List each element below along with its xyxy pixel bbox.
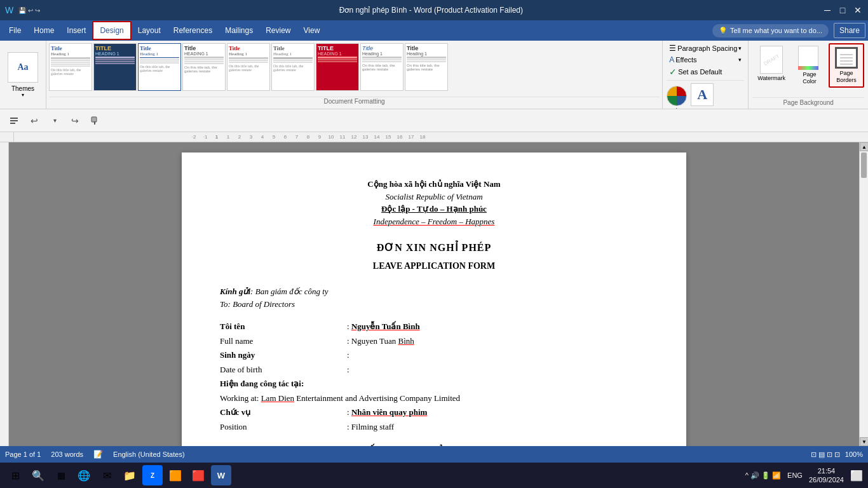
company-rest: Entertainment and Advertising Company Li… <box>294 393 460 403</box>
greeting-en: To: Board of Directors <box>220 298 648 311</box>
fullname-label-en: Full name <box>220 335 347 348</box>
theme-swatch-8[interactable]: Title Heading 1 On this title tab, the g… <box>360 43 403 91</box>
scroll-area[interactable]: Cộng hòa xã hội chủ nghĩa Việt Nam Socia… <box>9 142 859 446</box>
theme-swatch-4[interactable]: Title HEADING 1 On this title tab, the g… <box>182 43 226 91</box>
redo-button[interactable]: ↪ <box>66 112 84 130</box>
clock-time: 21:54 <box>809 466 844 475</box>
theme-swatch-7[interactable]: TITLE HEADING 1 <box>316 43 359 91</box>
menu-mailings[interactable]: Mailings <box>219 22 259 39</box>
scroll-down-button[interactable]: ▼ <box>860 437 868 446</box>
minimize-button[interactable]: ─ <box>822 5 832 15</box>
taskview-button[interactable]: ▦ <box>51 465 71 485</box>
menu-home[interactable]: Home <box>27 22 60 39</box>
dob-row-en: Date of birth : <box>220 363 648 376</box>
customize-button[interactable] <box>5 112 23 130</box>
aa-icon: Aa <box>17 62 28 72</box>
theme-swatch-9[interactable]: Title Heading 1 On this title tab, the g… <box>405 43 448 91</box>
status-right: ⊡ ▤ ⊡ ⊡ 100% <box>811 451 863 459</box>
to-label: To <box>220 299 228 309</box>
dob-colon-vn: : <box>347 349 349 362</box>
email-icon[interactable]: ✉ <box>97 465 117 485</box>
colors-button[interactable]: Colors ▾ <box>667 86 687 109</box>
info-section: Tôi tên : Nguyễn Tuấn Bình Full name : N… <box>220 320 648 433</box>
theme-swatch-2[interactable]: TITLE HEADING 1 <box>93 43 137 91</box>
menu-right: 💡 Tell me what you want to do... Share <box>712 23 865 38</box>
working-at-label: Working at: <box>220 393 261 403</box>
paragraph-spacing-arrow: ▾ <box>738 45 742 51</box>
request-vn: Nay tôi làm đơn này kính xin Ban Giám Đố… <box>220 444 500 446</box>
theme-swatch-5[interactable]: Title Heading 1 On this title tab, the g… <box>227 43 270 91</box>
maximize-button[interactable]: □ <box>837 5 848 15</box>
scroll-thumb[interactable] <box>861 152 867 178</box>
theme-swatch-3[interactable]: Title Heading 1 On this title tab, the g… <box>138 43 181 91</box>
word-taskbar-icon[interactable]: W <box>211 465 231 485</box>
page-borders-icon <box>835 47 858 69</box>
paragraph-spacing-button[interactable]: ☰ Paragraph Spacing ▾ <box>667 43 744 53</box>
effects-button[interactable]: A Effects ▾ <box>667 55 744 65</box>
undo-arrow-button[interactable]: ▾ <box>46 112 64 130</box>
set-as-default-button[interactable]: ✓ Set as Default <box>667 66 744 78</box>
menu-view[interactable]: View <box>297 22 327 39</box>
zalo-icon[interactable]: Z <box>142 465 163 485</box>
menu-review[interactable]: Review <box>259 22 297 39</box>
status-icons: ⊡ ▤ ⊡ ⊡ <box>811 451 840 459</box>
word-count: 203 words <box>51 451 83 458</box>
menu-file[interactable]: File <box>3 22 27 39</box>
design-options-group: ☰ Paragraph Spacing ▾ A Effects ▾ ✓ Set … <box>663 41 749 109</box>
theme-swatch-6[interactable]: Title Heading 1 On this title tab, the g… <box>271 43 315 91</box>
fullname-value-vn: : Nguyễn Tuấn Bình <box>347 320 420 333</box>
effects-label: Effects <box>675 56 737 64</box>
close-button[interactable]: ✕ <box>853 5 863 15</box>
dob-row-vn: Sinh ngày : <box>220 349 648 362</box>
scroll-track <box>860 151 868 437</box>
effects-arrow: ▾ <box>738 57 742 63</box>
start-button[interactable]: ⊞ <box>5 465 25 485</box>
svg-rect-4 <box>94 121 95 125</box>
right-scrollbar[interactable]: ▲ ▼ <box>859 142 868 446</box>
menu-references[interactable]: References <box>167 22 219 39</box>
effects-icon: A <box>669 55 674 64</box>
dob-label-vn: Sinh ngày <box>220 349 347 362</box>
left-ruler <box>0 142 9 446</box>
menu-design[interactable]: Design <box>92 21 131 40</box>
language-info[interactable]: English (United States) <box>113 451 185 458</box>
main-title-vn: ĐƠN XIN NGHỈ PHÉP <box>220 240 648 255</box>
menu-layout[interactable]: Layout <box>132 22 167 39</box>
fullname-row-en: Full name : Nguyen Tuan Bình <box>220 335 648 348</box>
undo-button[interactable]: ↩ <box>25 112 43 130</box>
title-bar-left: W 💾 ↩ ↪ <box>5 5 40 15</box>
themes-button[interactable]: Aa Themes ▾ <box>5 43 41 106</box>
share-button[interactable]: Share <box>834 23 865 38</box>
tell-me-input[interactable]: 💡 Tell me what you want to do... <box>712 24 829 37</box>
fonts-button[interactable]: A Fonts ▾ <box>691 83 714 109</box>
show-desktop-button[interactable]: ⬜ <box>850 470 863 482</box>
fullname-row-vn: Tôi tên : Nguyễn Tuấn Bình <box>220 320 648 333</box>
taskbar-system-icons: ^ 🔊 🔋 📶 <box>745 471 781 480</box>
republic-title-vn: Cộng hòa xã hội chủ nghĩa Việt Nam <box>220 178 648 191</box>
set-as-default-label: Set as Default <box>678 68 722 76</box>
theme-gallery: Title Heading 1 On this title tab, the g… <box>49 43 660 94</box>
page-borders-button[interactable]: Page Borders <box>829 43 864 88</box>
slogan-vn: Độc lập - Tự do – Hạnh phúc <box>220 203 648 215</box>
checkmark-icon: ✓ <box>669 67 677 77</box>
file-explorer-icon[interactable]: 📁 <box>119 465 140 485</box>
watermark-button[interactable]: DRAFT Watermark <box>752 43 790 88</box>
scroll-up-button[interactable]: ▲ <box>860 142 868 151</box>
theme-swatch-1[interactable]: Title Heading 1 On this title tab, the g… <box>49 43 92 91</box>
edge-icon[interactable]: 🌐 <box>74 465 94 485</box>
paint-format-button[interactable] <box>86 112 104 130</box>
svg-rect-1 <box>10 120 18 121</box>
search-button[interactable]: 🔍 <box>28 465 48 485</box>
colors-icon <box>667 86 687 106</box>
page-color-button[interactable]: Page Color <box>793 43 826 88</box>
position-row-en: Position : Filming staff <box>220 421 648 433</box>
menu-insert[interactable]: Insert <box>60 22 92 39</box>
kinh-gui-label: Kính gửi <box>220 287 250 296</box>
app2-icon[interactable]: 🟥 <box>188 465 208 485</box>
fullname-label-vn: Tôi tên <box>220 320 347 333</box>
track-changes-icon: 📝 <box>93 450 103 459</box>
title-bar: W 💾 ↩ ↪ Đơn nghỉ phép Bình - Word (Produ… <box>0 0 868 20</box>
themes-group: Aa Themes ▾ <box>0 41 46 109</box>
app1-icon[interactable]: 🟧 <box>165 465 186 485</box>
lightbulb-icon: 💡 <box>719 27 728 35</box>
